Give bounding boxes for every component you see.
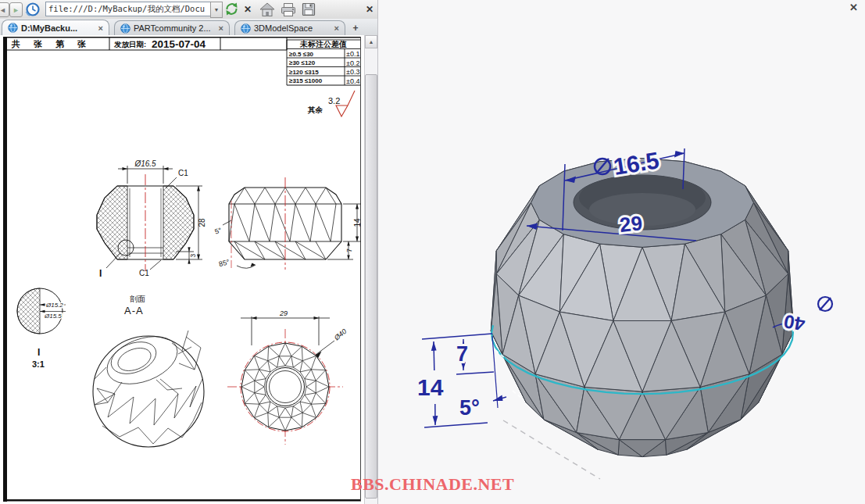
close-icon: ✕ xyxy=(366,4,374,15)
model-viewport[interactable]: 16.5 29 40 14 7 5° xyxy=(378,0,865,504)
side-view: 5° 85° 14 7 xyxy=(213,177,362,270)
tolerance-header: 未标注公差值 xyxy=(299,40,347,48)
history-clock-icon xyxy=(24,2,41,17)
dim-top-width: 29 xyxy=(618,211,643,237)
back-button[interactable]: ◄ xyxy=(0,2,9,17)
panel-close-button[interactable]: ✕ xyxy=(849,2,858,13)
dim-upper-height: 7 xyxy=(456,342,468,366)
chevron-down-icon: ▼ xyxy=(214,7,220,13)
detail-scale: 3:1 xyxy=(32,359,45,369)
stop-icon: ✕ xyxy=(244,4,252,15)
back-icon: ◄ xyxy=(0,6,6,14)
watermark-text: BBS.CHINADE.NET xyxy=(351,474,514,495)
tab-partcommunity[interactable]: PARTcommunity 2... × xyxy=(114,20,230,35)
address-dropdown-button[interactable]: ▼ xyxy=(210,2,223,18)
tab-3dmodelspace[interactable]: 3DModelSpace × xyxy=(234,20,345,35)
home-icon xyxy=(259,2,276,17)
dim-outer-dia: Ø40 xyxy=(332,327,348,342)
tab-local-file[interactable]: D:\MyBacku... × xyxy=(2,20,109,35)
dim-angle: 5° xyxy=(459,396,480,420)
drawing-sheet-panel[interactable]: 共 张 第 张 发放日期: 2015-07-04 未标注公差值 ≥0.5 ≤30… xyxy=(0,35,364,504)
dim-band: 14 xyxy=(353,218,362,227)
tolerance-range: ≥120 ≤315 xyxy=(289,69,319,76)
dim-angle-large: 85° xyxy=(218,258,231,268)
history-button[interactable] xyxy=(24,2,41,16)
browser-close-button[interactable]: ✕ xyxy=(363,2,376,16)
dim-dia-outer: Ø15.5 xyxy=(44,313,62,320)
globe-icon xyxy=(120,23,130,34)
section-title-label: 剖面 A-A xyxy=(124,295,145,316)
finish-value: 3.2 xyxy=(328,96,340,105)
printer-icon xyxy=(280,2,297,17)
release-date-label: 发放日期: xyxy=(113,40,146,48)
detail-view: Ø15.2 Ø15.5 I 3:1 xyxy=(17,288,66,369)
home-button[interactable] xyxy=(258,2,276,16)
vertical-scrollbar[interactable]: ▲ xyxy=(364,35,377,504)
tolerance-value: ±0.3 xyxy=(346,68,359,76)
tab-label: PARTcommunity 2... xyxy=(134,23,211,33)
close-icon: ✕ xyxy=(849,2,858,13)
globe-icon xyxy=(8,23,18,33)
tab-label: D:\MyBacku... xyxy=(21,23,77,33)
model-hole xyxy=(574,175,711,230)
tolerance-table: 未标注公差值 ≥0.5 ≤30 ±0.1 ≥30 ≤120 ±0.2 ≥120 … xyxy=(287,40,360,85)
dim-dia-inner: Ø15.2 xyxy=(45,302,63,309)
tab-close-icon[interactable]: × xyxy=(219,23,223,33)
refresh-icon xyxy=(223,1,240,17)
model-3d-panel[interactable]: ✕ xyxy=(378,0,865,504)
section-title-cn: 剖面 xyxy=(130,295,145,303)
dim-lower: 7 xyxy=(345,248,353,252)
section-title-aa: A-A xyxy=(124,305,144,316)
floppy-save-icon xyxy=(301,2,316,17)
tab-label: 3DModelSpace xyxy=(254,23,313,33)
tolerance-value: ±0.2 xyxy=(346,59,359,67)
new-tab-button[interactable]: + xyxy=(349,22,362,34)
tolerance-range: ≥315 ≤1000 xyxy=(289,77,323,84)
forward-button[interactable]: ► xyxy=(9,2,23,17)
sheet-count-label: 共 张 第 张 xyxy=(11,39,88,49)
dim-hole-dia: Ø16.5 xyxy=(134,159,156,168)
tolerance-value: ±0.1 xyxy=(346,50,359,58)
forward-icon: ► xyxy=(13,6,20,14)
save-button[interactable] xyxy=(299,2,317,16)
tab-close-icon[interactable]: × xyxy=(98,23,103,33)
release-date-value: 2015-07-04 xyxy=(152,38,206,50)
engineering-drawing: 共 张 第 张 发放日期: 2015-07-04 未标注公差值 ≥0.5 ≤30… xyxy=(0,35,364,504)
dim-outer-dia: 40 xyxy=(782,311,806,335)
tolerance-range: ≥30 ≤120 xyxy=(289,59,316,66)
surface-finish-note: 其余 3.2 xyxy=(307,91,355,116)
finish-prefix: 其余 xyxy=(307,105,323,114)
section-view: Ø16.5 C1 C1 28 3 I xyxy=(97,159,206,280)
detail-mark: I xyxy=(99,268,102,279)
tab-bar: D:\MyBacku... × PARTcommunity 2... × 3DM… xyxy=(0,19,378,36)
top-view: 29 Ø40 xyxy=(227,309,348,445)
dim-height: 28 xyxy=(198,218,206,227)
application-window: ◄ ► file:///D:/MyBackup/我的文档/Docu ▼ ✕ xyxy=(0,0,865,504)
globe-icon xyxy=(241,23,251,34)
tab-close-icon[interactable]: × xyxy=(334,23,339,33)
dim-band-height: 14 xyxy=(417,374,444,400)
scrollbar-up-button[interactable]: ▲ xyxy=(365,35,377,48)
stop-button[interactable]: ✕ xyxy=(241,2,254,16)
address-input[interactable]: file:///D:/MyBackup/我的文档/Docu xyxy=(45,2,216,16)
dim-angle-small: 5° xyxy=(213,226,223,235)
print-button[interactable] xyxy=(279,2,297,16)
dim-top-width: 29 xyxy=(279,309,288,317)
tolerance-range: ≥0.5 ≤30 xyxy=(289,51,314,58)
tolerance-value: ±0.4 xyxy=(346,77,359,85)
title-block: 共 张 第 张 发放日期: 2015-07-04 xyxy=(7,38,287,50)
scrollbar-thumb[interactable] xyxy=(365,74,377,499)
iso-view xyxy=(93,327,204,447)
refresh-button[interactable] xyxy=(223,2,240,16)
chamfer-callout: C1 xyxy=(139,269,149,277)
detail-label: I xyxy=(38,347,40,358)
browser-toolbar: ◄ ► file:///D:/MyBackup/我的文档/Docu ▼ ✕ xyxy=(0,0,378,20)
chamfer-callout: C1 xyxy=(178,169,188,177)
dim-step: 3 xyxy=(189,253,197,257)
triangle-up-icon: ▲ xyxy=(369,39,374,45)
